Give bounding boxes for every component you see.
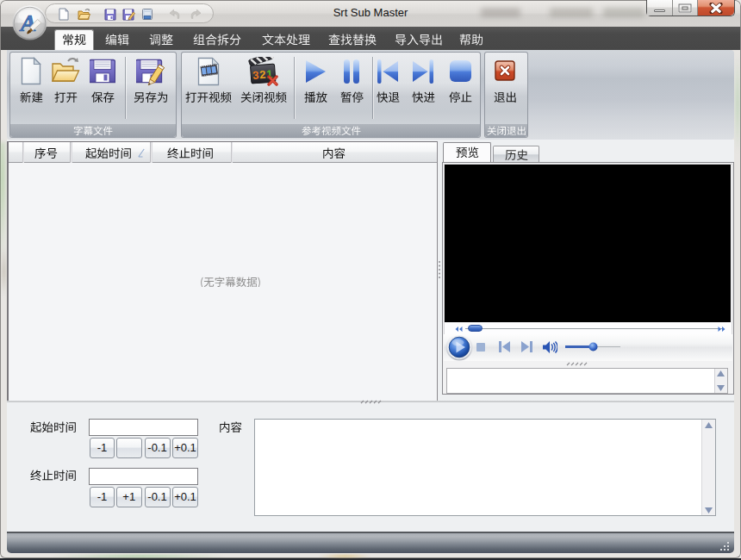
svg-text:2: 2 xyxy=(259,68,266,81)
svg-text:3: 3 xyxy=(252,68,259,81)
